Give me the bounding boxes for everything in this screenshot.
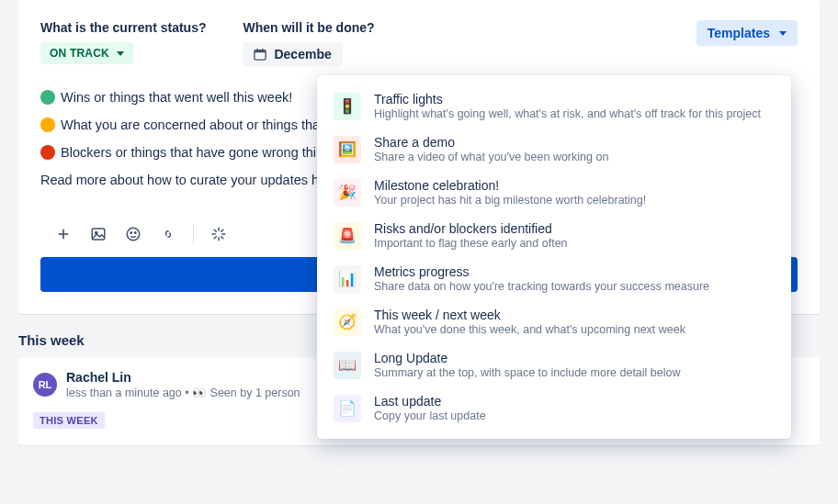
avatar[interactable]: RL [33, 373, 57, 397]
composer-header-row: What is the current status? ON TRACK Whe… [40, 20, 798, 66]
done-field: When will it be done? Decembe [243, 20, 374, 66]
bullet-text: What you are concerned about or things t… [61, 118, 320, 132]
template-desc: Share a video of what you've been workin… [374, 151, 775, 163]
template-option-milestone[interactable]: 🎉 Milestone celebration! Your project ha… [317, 171, 791, 214]
template-desc: What you've done this week, and what's u… [374, 323, 775, 336]
template-desc: Your project has hit a big milestone wor… [374, 194, 775, 207]
template-desc: Copy your last update [374, 409, 775, 422]
svg-rect-2 [257, 49, 258, 51]
svg-point-8 [127, 228, 140, 241]
svg-line-16 [221, 237, 223, 239]
svg-line-17 [214, 237, 216, 239]
date-selector[interactable]: Decembe [243, 42, 342, 66]
template-icon: 🚨 [334, 222, 361, 250]
status-dot-red [40, 145, 55, 160]
template-title: This week / next week [374, 308, 775, 322]
image-icon[interactable] [88, 224, 108, 244]
template-option-long-update[interactable]: 📖 Long Update Summary at the top, with s… [317, 343, 791, 386]
svg-line-18 [221, 230, 223, 231]
template-desc: Highlight what's going well, what's at r… [374, 107, 775, 120]
status-dot-amber [40, 118, 55, 132]
svg-line-15 [214, 230, 216, 231]
entry-tag: THIS WEEK [33, 412, 105, 429]
bullet-text: Blockers or things that have gone wrong … [61, 145, 316, 160]
template-option-this-week-next-week[interactable]: 🧭 This week / next week What you've done… [317, 300, 791, 343]
emoji-icon[interactable] [123, 224, 143, 244]
add-icon[interactable] [53, 224, 74, 244]
toolbar-separator [193, 224, 194, 244]
template-title: Share a demo [374, 135, 775, 150]
template-desc: Important to flag these early and often [374, 237, 775, 250]
author-name: Rachel Lin [66, 370, 300, 385]
svg-point-9 [130, 232, 132, 234]
template-icon: 🎉 [334, 179, 361, 207]
entry-meta: Rachel Lin less than a minute ago • 👀 Se… [66, 370, 300, 399]
template-desc: Share data on how you're tracking toward… [374, 280, 775, 293]
template-title: Risks and/or blockers identified [374, 221, 775, 236]
chevron-down-icon [779, 31, 787, 36]
template-icon: 🚦 [334, 93, 361, 120]
status-field: What is the current status? ON TRACK [40, 20, 206, 64]
template-option-last-update[interactable]: 📄 Last update Copy your last update [317, 386, 791, 430]
link-icon[interactable] [158, 224, 178, 244]
template-title: Long Update [374, 351, 775, 365]
done-question: When will it be done? [243, 20, 374, 35]
template-title: Traffic lights [374, 92, 775, 106]
template-option-share-demo[interactable]: 🖼️ Share a demo Share a video of what yo… [317, 128, 791, 171]
template-option-metrics[interactable]: 📊 Metrics progress Share data on how you… [317, 257, 791, 300]
chevron-down-icon [117, 51, 124, 56]
calendar-icon [254, 48, 266, 61]
template-title: Last update [374, 394, 775, 409]
bullet-text: Wins or things that went well this week! [61, 90, 292, 105]
meta-suffix: Seen by 1 person [207, 386, 300, 399]
svg-rect-3 [263, 49, 264, 51]
template-title: Milestone celebration! [374, 178, 775, 193]
template-option-traffic-lights[interactable]: 🚦 Traffic lights Highlight what's going … [317, 84, 791, 128]
templates-dropdown: 🚦 Traffic lights Highlight what's going … [317, 75, 791, 439]
template-icon: 🖼️ [334, 136, 361, 163]
template-icon: 📄 [334, 395, 361, 422]
svg-rect-1 [255, 50, 266, 53]
status-selector[interactable]: ON TRACK [40, 42, 133, 64]
svg-point-10 [135, 232, 137, 234]
date-value: Decembe [274, 47, 331, 62]
meta-prefix: less than a minute ago • [66, 386, 192, 399]
template-icon: 📊 [334, 265, 361, 293]
status-value: ON TRACK [50, 47, 109, 60]
template-option-risks[interactable]: 🚨 Risks and/or blockers identified Impor… [317, 214, 791, 257]
templates-button[interactable]: Templates [696, 20, 798, 46]
template-icon: 📖 [334, 352, 361, 379]
template-title: Metrics progress [374, 264, 775, 279]
status-question: What is the current status? [40, 20, 206, 35]
status-dot-green [40, 90, 55, 105]
template-icon: 🧭 [334, 308, 361, 336]
templates-label: Templates [708, 26, 770, 40]
template-desc: Summary at the top, with space to includ… [374, 366, 775, 379]
entry-meta-line: less than a minute ago • 👀 Seen by 1 per… [66, 386, 300, 399]
loading-icon[interactable] [209, 224, 229, 244]
eyes-icon: 👀 [192, 386, 207, 399]
